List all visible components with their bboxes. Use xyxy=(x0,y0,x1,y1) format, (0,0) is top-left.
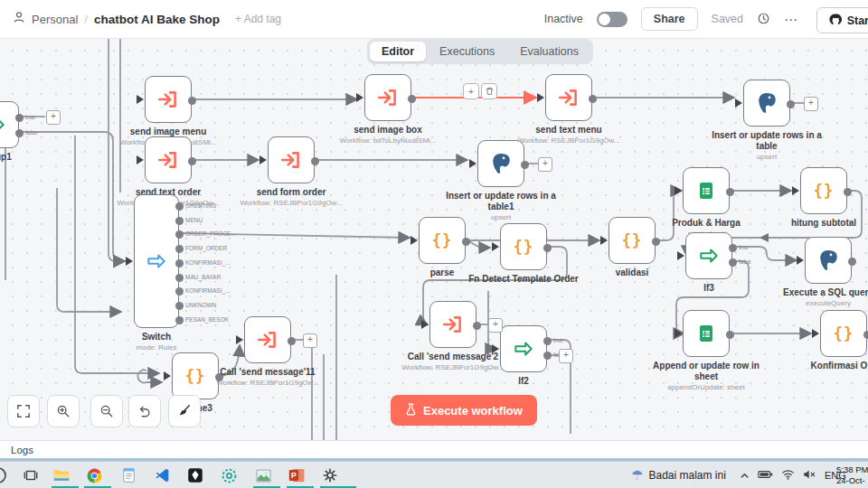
vscode-icon[interactable] xyxy=(151,465,173,485)
workflow-title[interactable]: chatbot AI Bake Shop xyxy=(94,13,220,26)
node-produk-harga[interactable]: Produk & Hargaread: sheet xyxy=(683,167,730,214)
powerpoint-icon[interactable]: P xyxy=(286,465,307,485)
output-port[interactable] xyxy=(188,157,196,165)
add-node-button[interactable]: + xyxy=(46,110,61,125)
output-port[interactable] xyxy=(175,245,184,253)
node-send-image-menu[interactable]: send image menuWorkflow: bdToLbyNuu8SMi.… xyxy=(145,76,192,123)
github-star-label: Star xyxy=(847,14,868,27)
share-button[interactable]: Share xyxy=(641,7,698,31)
node-hitung-subtotal[interactable]: {}hitung subtotal xyxy=(800,167,847,214)
node-if2[interactable]: truefalseIf2 xyxy=(500,325,547,372)
undo-button[interactable] xyxy=(128,395,161,427)
node-send-text-menu[interactable]: send text menuWorkflow: RSEJBPor1G9gOw..… xyxy=(545,74,592,121)
settings-gear-icon[interactable] xyxy=(319,465,341,485)
node-switch[interactable]: GREETINGMENUORDER_PROCE...FORM_ORDERKONF… xyxy=(134,194,179,328)
output-port[interactable] xyxy=(15,129,24,137)
active-toggle[interactable] xyxy=(597,12,627,27)
output-port[interactable] xyxy=(787,100,795,108)
breadcrumb-project[interactable]: Personal xyxy=(32,13,78,26)
add-node-button[interactable]: + xyxy=(488,318,503,333)
battery-icon[interactable] xyxy=(758,467,773,483)
taskbar-weather[interactable]: ☂ Badai malam ini xyxy=(631,462,726,488)
volume-muted-icon[interactable] xyxy=(803,467,816,483)
node-insert-rows-table1[interactable]: Insert or update rows in a table1upsert xyxy=(477,140,524,187)
output-port[interactable] xyxy=(175,202,184,211)
node-fn-detect-template-order[interactable]: {}Fn Detect Template Order xyxy=(500,223,547,270)
add-node-button[interactable]: + xyxy=(804,97,818,111)
tray-chevron-icon[interactable] xyxy=(740,467,750,483)
node-send-image-box[interactable]: send image boxWorkflow: bdToLbyNuu8SMi..… xyxy=(364,74,411,121)
add-node-button[interactable]: + xyxy=(538,157,552,172)
screen-recorder-icon[interactable] xyxy=(218,465,240,485)
node-send-form-order[interactable]: send form orderWorkflow: RSEJBPor1G9gOw.… xyxy=(268,136,315,183)
output-port[interactable] xyxy=(589,95,597,103)
node-call-send-message-2[interactable]: Call 'send message'2Workflow: RSEJBPor1G… xyxy=(429,301,476,348)
output-port[interactable] xyxy=(473,322,481,330)
task-view-icon[interactable] xyxy=(20,465,42,485)
add-node-button[interactable]: + xyxy=(303,333,317,348)
output-port[interactable] xyxy=(175,274,184,282)
output-port[interactable] xyxy=(288,337,296,345)
output-port[interactable] xyxy=(543,352,552,360)
execute-workflow-button[interactable]: Execute workflow xyxy=(391,395,537,426)
output-port[interactable] xyxy=(543,337,552,345)
tidy-up-button[interactable] xyxy=(168,395,201,427)
add-node-button[interactable]: + xyxy=(559,349,573,363)
add-tag-button[interactable]: + Add tag xyxy=(235,13,281,25)
github-star-button[interactable]: Star xyxy=(816,7,868,33)
output-port[interactable] xyxy=(726,188,734,196)
tab-executions[interactable]: Executions xyxy=(428,42,506,61)
output-port[interactable] xyxy=(175,217,184,225)
output-port[interactable] xyxy=(543,244,552,252)
output-port[interactable] xyxy=(175,316,184,324)
insert-node-button[interactable]: + xyxy=(463,83,479,99)
output-port[interactable] xyxy=(175,287,184,296)
output-port[interactable] xyxy=(729,258,737,267)
notepad-icon[interactable] xyxy=(118,465,139,485)
file-explorer-icon[interactable] xyxy=(51,465,72,485)
workflow-canvas[interactable]: truefalseGroup1send image menuWorkflow: … xyxy=(0,38,868,440)
tab-editor[interactable]: Editor xyxy=(370,42,426,61)
output-port[interactable] xyxy=(175,230,184,239)
fit-view-button[interactable] xyxy=(7,395,40,427)
output-port[interactable] xyxy=(188,97,196,105)
wifi-icon[interactable] xyxy=(781,467,795,483)
node-call-send-message-11[interactable]: Call 'send message'11Workflow: RSEJBPor1… xyxy=(244,316,291,363)
chrome-icon[interactable] xyxy=(83,465,105,485)
output-port[interactable] xyxy=(726,331,734,339)
zoom-out-button[interactable] xyxy=(90,395,123,427)
node-parse[interactable]: {}parse xyxy=(419,217,466,264)
output-port[interactable] xyxy=(311,157,319,165)
output-port[interactable] xyxy=(652,238,660,246)
output-port[interactable] xyxy=(521,161,529,169)
node-send-text-order[interactable]: send text orderWorkflow: RSEJBPor1G9gOw.… xyxy=(145,136,192,183)
history-icon[interactable] xyxy=(757,12,770,27)
output-port[interactable] xyxy=(175,302,184,310)
node-append-update-row-sheet[interactable]: Append or update row in sheetappendOrUpd… xyxy=(683,310,730,357)
node-label: Fn Detect Template Order xyxy=(466,274,581,285)
start-button[interactable] xyxy=(0,465,9,485)
tab-evaluations[interactable]: Evaluations xyxy=(508,42,590,61)
node-if3[interactable]: truefalseIf3 xyxy=(685,232,732,279)
output-port[interactable] xyxy=(462,238,470,246)
node-execute-sql-query[interactable]: Execute a SQL queryexecuteQuery xyxy=(805,237,852,284)
output-port[interactable] xyxy=(15,114,24,122)
output-port[interactable] xyxy=(844,188,852,196)
photo-viewer-icon[interactable] xyxy=(252,465,274,485)
node-insert-rows-table[interactable]: Insert or update rows in a tableupsert xyxy=(743,80,790,127)
more-menu-icon[interactable]: ⋯ xyxy=(784,13,797,26)
zoom-in-button[interactable] xyxy=(47,395,80,427)
logs-panel[interactable]: Logs xyxy=(0,440,868,459)
top-bar: Personal / chatbot AI Bake Shop + Add ta… xyxy=(0,0,868,39)
output-port[interactable] xyxy=(729,244,737,252)
output-port[interactable] xyxy=(848,258,856,266)
output-port[interactable] xyxy=(408,95,416,103)
output-port[interactable] xyxy=(175,259,184,267)
input-port xyxy=(812,329,819,338)
output-port[interactable] xyxy=(863,331,868,339)
taskbar-clock[interactable]: 5:38 PM 24-Oct- xyxy=(836,465,868,487)
delete-connection-button[interactable] xyxy=(481,83,497,99)
node-group1[interactable]: truefalseGroup1 xyxy=(0,101,19,148)
dark-app-icon[interactable] xyxy=(184,465,206,485)
node-konfirmasi-order[interactable]: {}Konfirmasi Ord xyxy=(820,310,867,357)
